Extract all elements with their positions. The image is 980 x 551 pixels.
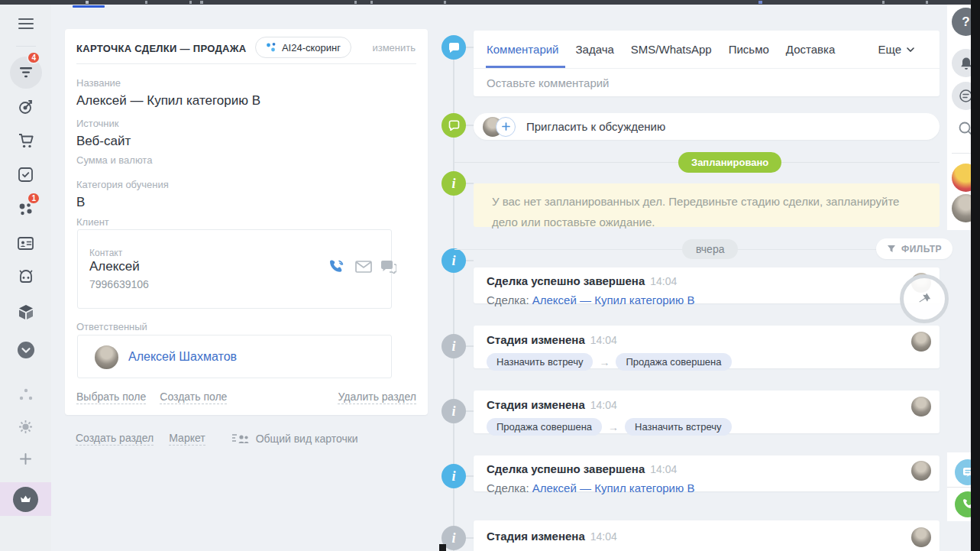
composer-card: Комментарий Задача SMS/WhatsApp Письмо Д…: [474, 31, 940, 96]
card-view-button[interactable]: Общий вид карточки: [231, 433, 358, 445]
contact-name[interactable]: Алексей: [89, 259, 140, 274]
email-button[interactable]: [355, 261, 372, 273]
deal-card-title: КАРТОЧКА СДЕЛКИ — ПРОДАЖА: [76, 43, 246, 54]
cutoff-text-fragment: [86, 1, 89, 4]
entry-time: 14:04: [590, 399, 617, 411]
chevron-down-icon: [907, 47, 914, 52]
tab-sms-whatsapp[interactable]: SMS/WhatsApp: [631, 43, 712, 56]
plus-icon: [502, 122, 510, 131]
nodes-icon: [19, 388, 33, 400]
task-check-icon: [18, 167, 33, 182]
tab-more-label: Еще: [878, 43, 901, 56]
tab-more[interactable]: Еще: [878, 43, 914, 56]
entry-lead-prefix: Сделка:: [487, 481, 529, 494]
entry-title: Сделка успешно завершена: [487, 462, 645, 475]
feed-entry[interactable]: Стадия изменена14:04 Продажа совершена →…: [474, 391, 940, 433]
sidebar-item-contacts[interactable]: [0, 230, 51, 256]
feed-entry[interactable]: Сделка успешно завершена14:04 Сделка: Ал…: [474, 267, 940, 303]
feed-entry[interactable]: Стадия изменена14:04 Назначить встречу →…: [474, 326, 940, 368]
cutoff-text-fragment: [370, 1, 373, 4]
edit-link[interactable]: изменить: [372, 42, 416, 53]
sidebar-item-more[interactable]: [0, 337, 51, 363]
field-budget[interactable]: Сумма и валюта: [76, 154, 152, 166]
field-label: Название: [76, 77, 260, 89]
sidebar-item-goals[interactable]: [0, 94, 51, 120]
filter-button[interactable]: ФИЛЬТР: [876, 238, 953, 259]
plus-icon: [20, 453, 31, 465]
card-view-label: Общий вид карточки: [256, 433, 358, 445]
date-badge: вчера: [682, 239, 738, 259]
entry-title: Стадия изменена: [487, 398, 585, 411]
window-edge-strip: [971, 0, 980, 551]
select-field-link[interactable]: Выбрать поле: [76, 391, 146, 404]
ai-molecule-icon: [266, 42, 277, 53]
planned-badge: Запланировано: [678, 152, 781, 173]
feed-entry[interactable]: Сделка успешно завершена14:04 Сделка: Ал…: [474, 455, 940, 491]
call-button[interactable]: [328, 259, 345, 274]
contact-card[interactable]: Контакт Алексей 7996639106: [77, 229, 392, 309]
pin-scroll-button[interactable]: [900, 274, 949, 323]
entry-lead-link[interactable]: Алексей — Купил категорию B: [532, 481, 695, 494]
invite-row[interactable]: Пригласить к обсуждению: [474, 113, 940, 140]
widget-divider: [947, 487, 971, 488]
stage-arrow: →: [608, 421, 619, 433]
sidebar-item-tasks[interactable]: [0, 161, 51, 187]
sidebar-item-salesbot[interactable]: [0, 264, 51, 290]
sidebar-item-deals[interactable]: 4: [0, 56, 51, 89]
timeline-info-icon-blue: i: [441, 248, 466, 273]
sidebar-item-settings[interactable]: [0, 413, 51, 439]
tab-comment[interactable]: Комментарий: [487, 43, 558, 56]
stage-from-pill: Продажа совершена: [487, 418, 602, 436]
team-badge: 1: [27, 192, 40, 205]
stage-to-pill: Назначить встречу: [625, 418, 731, 436]
comment-input[interactable]: Оставьте комментарий: [474, 69, 940, 96]
sidebar-item-add[interactable]: [0, 446, 51, 472]
responsible-name-link[interactable]: Алексей Шахматов: [128, 350, 237, 364]
delete-section-link[interactable]: Удалить раздел: [338, 391, 416, 404]
top-cutoff-strip: [0, 0, 980, 5]
client-section-label: Клиент: [76, 216, 109, 228]
chevron-circle-icon: [17, 341, 35, 359]
active-nav-underline: [73, 5, 105, 8]
create-field-link[interactable]: Создать поле: [160, 391, 227, 404]
sidebar-item-shop[interactable]: [0, 128, 51, 154]
entry-lead-link[interactable]: Алексей — Купил категорию B: [532, 293, 695, 306]
ai-scoring-label: AI24-скоринг: [282, 42, 341, 53]
timeline-info-icon-gray: i: [441, 334, 466, 358]
field-category[interactable]: Категория обучения B: [76, 179, 169, 211]
feed-entry[interactable]: Стадия изменена14:04: [474, 520, 940, 551]
contact-phone[interactable]: 7996639106: [89, 278, 149, 290]
responsible-avatar: [95, 345, 118, 369]
entry-title: Сделка успешно завершена: [487, 274, 645, 287]
ai-scoring-button[interactable]: AI24-скоринг: [255, 37, 351, 58]
invite-add-button[interactable]: [496, 117, 516, 137]
entry-time: 14:04: [650, 463, 677, 475]
chat-icon: [380, 260, 396, 274]
responsible-card[interactable]: Алексей Шахматов: [77, 335, 392, 378]
chat-button[interactable]: [380, 260, 396, 274]
menu-icon[interactable]: [0, 11, 51, 37]
field-label: Источник: [76, 118, 131, 129]
gear-icon: [18, 420, 33, 434]
tab-letter[interactable]: Письмо: [729, 43, 769, 56]
cutoff-text-fragment: [200, 1, 203, 4]
sidebar-item-upgrade[interactable]: [0, 482, 51, 516]
contact-label: Контакт: [89, 248, 122, 259]
cart-icon: [18, 134, 34, 148]
field-value: B: [76, 194, 169, 211]
create-section-link[interactable]: Создать раздел: [76, 432, 154, 446]
sidebar-item-team[interactable]: 1: [0, 196, 51, 222]
active-tab-underline: [486, 66, 565, 68]
entry-time: 14:04: [590, 334, 617, 346]
field-name[interactable]: Название Алексей — Купил категорию B: [76, 77, 260, 109]
field-source[interactable]: Источник Веб-сайт: [76, 118, 131, 150]
tab-delivery[interactable]: Доставка: [786, 43, 835, 56]
market-link[interactable]: Маркет: [169, 432, 205, 446]
pushpin-icon: [916, 290, 932, 306]
cutoff-text-fragment: [926, 1, 928, 4]
tab-task[interactable]: Задача: [575, 43, 613, 56]
sidebar-item-integrations[interactable]: [0, 381, 51, 407]
cutoff-text-fragment: [354, 1, 357, 4]
sidebar-item-products[interactable]: [0, 299, 51, 325]
timeline-info-icon-gray: i: [441, 399, 466, 423]
